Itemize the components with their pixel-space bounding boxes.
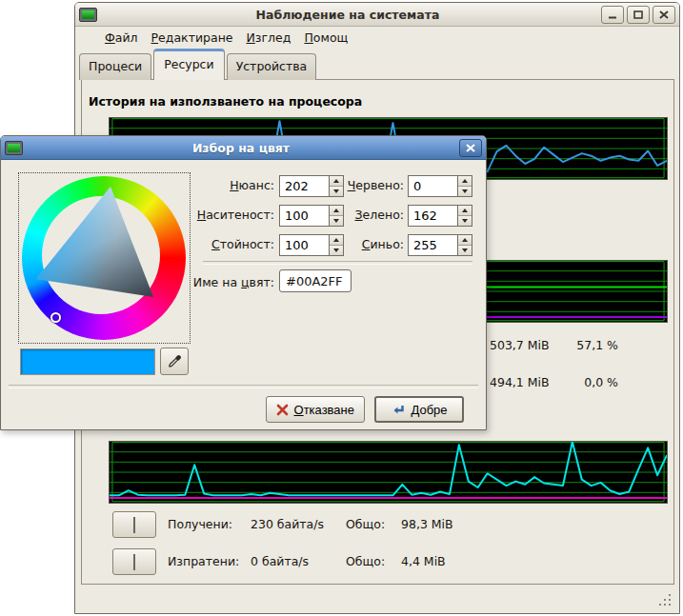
memory-used-percent: 57,1 % bbox=[566, 338, 618, 352]
green-input[interactable] bbox=[408, 205, 457, 227]
dialog-titlebar[interactable]: Избор на цвят bbox=[1, 136, 486, 160]
close-button[interactable] bbox=[653, 6, 675, 24]
separator bbox=[9, 385, 478, 388]
menubar: Файл Редактиране Изглед Помощ bbox=[75, 27, 679, 48]
window-title: Наблюдение на системата bbox=[97, 8, 598, 22]
green-label: Зелено: bbox=[315, 208, 404, 222]
resize-grip[interactable] bbox=[659, 594, 673, 607]
blue-label: Синьо: bbox=[315, 237, 404, 251]
swap-used-percent: 0,0 % bbox=[566, 375, 618, 389]
separator bbox=[203, 261, 472, 265]
received-total-label: Общо: bbox=[346, 517, 385, 531]
red-label: Червено: bbox=[315, 178, 404, 192]
tab-resources[interactable]: Ресурси bbox=[153, 49, 224, 80]
red-spin bbox=[408, 175, 472, 197]
spin-up-icon bbox=[462, 179, 468, 183]
sent-rate: 0 байта/s bbox=[251, 554, 309, 568]
received-total: 98,3 MiB bbox=[401, 517, 453, 531]
memory-used-amount: 503,7 MiB bbox=[490, 338, 550, 352]
spin-down-icon bbox=[462, 219, 468, 223]
spin-up-icon bbox=[462, 209, 468, 212]
sent-color-button[interactable] bbox=[112, 548, 156, 575]
cancel-button[interactable]: Отказване bbox=[266, 396, 365, 423]
close-icon bbox=[659, 10, 669, 19]
menu-file[interactable]: Файл bbox=[98, 28, 145, 48]
blue-input[interactable] bbox=[408, 234, 457, 256]
cpu-section-title: История на използването на процесора bbox=[89, 94, 362, 109]
network-history-graph bbox=[109, 441, 668, 504]
system-monitor-icon bbox=[5, 141, 23, 155]
tab-processes[interactable]: Процеси bbox=[79, 53, 151, 80]
hue-label: Нюанс: bbox=[153, 178, 274, 192]
main-titlebar[interactable]: Наблюдение на системата bbox=[75, 3, 679, 27]
ok-button[interactable]: Добре bbox=[374, 396, 464, 423]
blue-spin-up[interactable] bbox=[458, 235, 472, 246]
maximize-button[interactable] bbox=[627, 6, 650, 24]
tab-devices[interactable]: Устройства bbox=[227, 53, 317, 80]
statusbar bbox=[76, 585, 678, 612]
tabbar: Процеси Ресурси Устройства bbox=[79, 48, 316, 80]
red-spin-down[interactable] bbox=[458, 187, 472, 196]
dialog-close-button[interactable] bbox=[459, 139, 482, 157]
color-preview-swatch bbox=[20, 348, 155, 375]
saturation-label: Наситеност: bbox=[153, 208, 274, 222]
green-spin bbox=[408, 205, 472, 227]
minimize-button[interactable] bbox=[601, 6, 624, 24]
blue-spin-down[interactable] bbox=[458, 246, 472, 255]
green-spin-up[interactable] bbox=[458, 206, 472, 216]
menu-help[interactable]: Помощ bbox=[297, 28, 354, 48]
dialog-title: Избор на цвят bbox=[23, 141, 459, 155]
eyedropper-button[interactable] bbox=[160, 348, 189, 375]
sent-color-chip bbox=[133, 554, 135, 570]
received-label: Получени: bbox=[168, 517, 232, 531]
hue-marker[interactable] bbox=[50, 312, 61, 323]
received-rate: 230 байта/s bbox=[251, 517, 324, 531]
desktop: Наблюдение на системата Файл Редактиране… bbox=[0, 0, 683, 616]
system-monitor-icon bbox=[79, 8, 97, 22]
ok-enter-icon bbox=[391, 404, 405, 416]
cancel-x-icon bbox=[276, 404, 289, 416]
sent-label: Изпратени: bbox=[168, 554, 239, 568]
color-picker-dialog: Избор на цвят Нюанс: Наситеност: bbox=[0, 135, 487, 430]
sent-total-label: Общо: bbox=[346, 554, 385, 568]
blue-spin bbox=[408, 234, 472, 256]
color-name-label: Име на цвят: bbox=[153, 275, 274, 289]
red-spin-up[interactable] bbox=[458, 176, 472, 187]
close-icon bbox=[466, 144, 475, 152]
swap-used-amount: 494,1 MiB bbox=[490, 375, 550, 389]
received-color-button[interactable] bbox=[112, 511, 156, 538]
minimize-icon bbox=[608, 10, 617, 19]
spin-down-icon bbox=[462, 189, 468, 193]
menu-edit[interactable]: Редактиране bbox=[145, 28, 240, 48]
sent-total: 4,4 MiB bbox=[401, 554, 446, 568]
maximize-icon bbox=[633, 10, 643, 19]
spin-up-icon bbox=[462, 238, 468, 242]
green-spin-down[interactable] bbox=[458, 216, 472, 226]
eyedropper-icon bbox=[168, 354, 182, 368]
color-name-input[interactable]: #00A2FF bbox=[279, 269, 352, 292]
received-color-chip bbox=[133, 517, 135, 533]
menu-view[interactable]: Изглед bbox=[240, 28, 298, 48]
spin-down-icon bbox=[462, 248, 468, 252]
value-label: Стойност: bbox=[153, 237, 274, 251]
red-input[interactable] bbox=[408, 175, 457, 197]
color-wheel-box bbox=[18, 172, 191, 344]
